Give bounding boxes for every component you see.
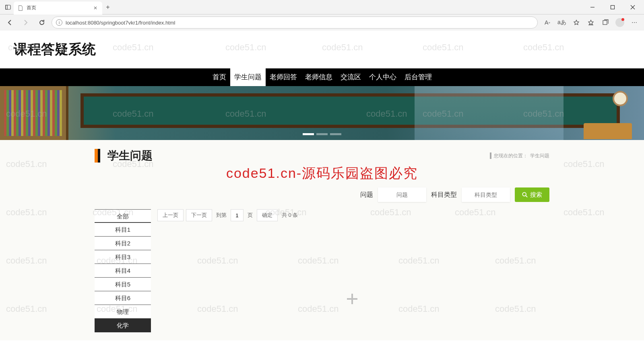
pager-goto-label: 到第 — [215, 212, 228, 219]
tab-strip: 首页 ✕ + — [0, 0, 644, 14]
minimize-button[interactable] — [584, 2, 601, 13]
search-icon — [522, 192, 528, 198]
section-title: 学生问题 — [103, 148, 153, 163]
banner-window — [415, 86, 564, 140]
breadcrumb: 您现在的位置： 学生问题 — [490, 152, 549, 159]
sidebar-item[interactable]: 科目3 — [95, 250, 151, 264]
page-icon — [18, 5, 23, 11]
sidebar-item[interactable]: 全部 — [95, 209, 151, 223]
address-bar[interactable]: i localhost:8080/springboot7vkr1/front/i… — [52, 16, 538, 29]
nav-item[interactable]: 老师信息 — [301, 68, 336, 86]
pager-confirm-button[interactable]: 确定 — [257, 209, 278, 221]
svg-point-8 — [522, 192, 526, 196]
site-info-icon[interactable]: i — [56, 19, 62, 26]
svg-rect-3 — [611, 5, 615, 9]
breadcrumb-current: 学生问题 — [530, 152, 549, 159]
refresh-button[interactable] — [35, 16, 48, 29]
sidebar-item[interactable]: 化学 — [95, 319, 151, 332]
site-title: 课程答疑系统 — [0, 31, 644, 68]
section-accent-bar — [95, 149, 98, 163]
url-text: localhost:8080/springboot7vkr1/front/ind… — [66, 20, 175, 26]
new-tab-button[interactable]: + — [102, 2, 114, 13]
window-controls — [584, 2, 642, 13]
menu-button[interactable]: ⋯ — [628, 16, 641, 29]
address-bar-row: i localhost:8080/springboot7vkr1/front/i… — [0, 14, 644, 31]
search-question-input[interactable] — [378, 187, 426, 202]
back-button[interactable] — [3, 16, 16, 29]
search-button-label: 搜索 — [530, 191, 542, 199]
pager: 上一页 下一页 到第 页 确定 共 0 条 — [155, 209, 549, 221]
nav-item[interactable]: 个人中心 — [365, 68, 400, 86]
tab-title: 首页 — [27, 4, 36, 11]
banner-bookshelf — [0, 86, 68, 140]
sidebar-item[interactable]: 科目5 — [95, 278, 151, 291]
content-area: 学生问题 您现在的位置： 学生问题 code51.cn-源码乐园盗图必究 问题 … — [0, 140, 644, 340]
pager-page-input[interactable] — [231, 209, 244, 221]
nav-item[interactable]: 老师回答 — [266, 68, 301, 86]
watermark-text: code51.cn-源码乐园盗图必究 — [226, 164, 418, 183]
main-row: 全部科目1科目2科目3科目4科目5科目6物理化学 上一页 下一页 到第 页 确定… — [95, 209, 549, 332]
profile-button[interactable] — [613, 16, 626, 29]
sidebar-item[interactable]: 科目4 — [95, 264, 151, 278]
carousel-dots[interactable] — [303, 133, 341, 135]
search-button[interactable]: 搜索 — [515, 187, 549, 202]
search-question-label: 问题 — [360, 191, 373, 199]
nav-item[interactable]: 首页 — [208, 68, 230, 86]
pager-page-label: 页 — [246, 212, 254, 219]
sidebar: 全部科目1科目2科目3科目4科目5科目6物理化学 — [95, 209, 151, 332]
svg-rect-0 — [6, 5, 10, 9]
read-aloud-icon[interactable]: aあ — [555, 16, 568, 29]
sidebar-item[interactable]: 物理 — [95, 305, 151, 319]
breadcrumb-label: 您现在的位置： — [494, 152, 528, 159]
search-type-label: 科目类型 — [431, 191, 457, 199]
nav-item[interactable]: 学生问题 — [230, 68, 266, 86]
svg-rect-7 — [603, 21, 607, 25]
loading-spinner-icon — [347, 294, 357, 304]
avatar — [615, 18, 624, 27]
toolbar-icons: A» aあ ⋯ — [541, 16, 641, 29]
carousel-dot[interactable] — [316, 133, 328, 135]
nav-item[interactable]: 后台管理 — [400, 68, 436, 86]
search-type-input[interactable] — [462, 187, 510, 202]
nav-item[interactable]: 交流区 — [336, 68, 365, 86]
favorites-icon[interactable] — [584, 16, 597, 29]
banner-desk — [584, 123, 632, 139]
collections-icon[interactable] — [599, 16, 612, 29]
maximize-button[interactable] — [604, 2, 621, 13]
close-icon[interactable]: ✕ — [93, 5, 98, 11]
page: 课程答疑系统 首页学生问题老师回答老师信息交流区个人中心后台管理 学生问题 您现… — [0, 31, 644, 340]
navbar: 首页学生问题老师回答老师信息交流区个人中心后台管理 — [0, 68, 644, 86]
pager-next-button[interactable]: 下一页 — [186, 209, 212, 221]
carousel-dot[interactable] — [330, 133, 341, 135]
browser-chrome: 首页 ✕ + i localhost:8080/springboot7vkr1/… — [0, 0, 644, 31]
section-header: 学生问题 您现在的位置： 学生问题 — [95, 148, 549, 163]
svg-rect-1 — [6, 5, 7, 9]
svg-line-9 — [526, 196, 527, 197]
favorite-icon[interactable] — [570, 16, 583, 29]
forward-button[interactable] — [19, 16, 32, 29]
pager-total: 共 0 条 — [280, 212, 299, 219]
close-button[interactable] — [624, 2, 642, 13]
sidebar-item[interactable]: 科目1 — [95, 223, 151, 237]
sidebar-item[interactable]: 科目6 — [95, 291, 151, 305]
tab-overview-button[interactable] — [2, 2, 14, 13]
carousel-dot[interactable] — [303, 133, 314, 135]
breadcrumb-accent — [490, 152, 491, 159]
banner-clock — [613, 91, 628, 106]
browser-tab[interactable]: 首页 ✕ — [14, 2, 102, 14]
pager-prev-button[interactable]: 上一页 — [157, 209, 184, 221]
sidebar-item[interactable]: 科目2 — [95, 237, 151, 250]
banner — [0, 86, 644, 140]
settings-icon[interactable]: A» — [541, 16, 554, 29]
